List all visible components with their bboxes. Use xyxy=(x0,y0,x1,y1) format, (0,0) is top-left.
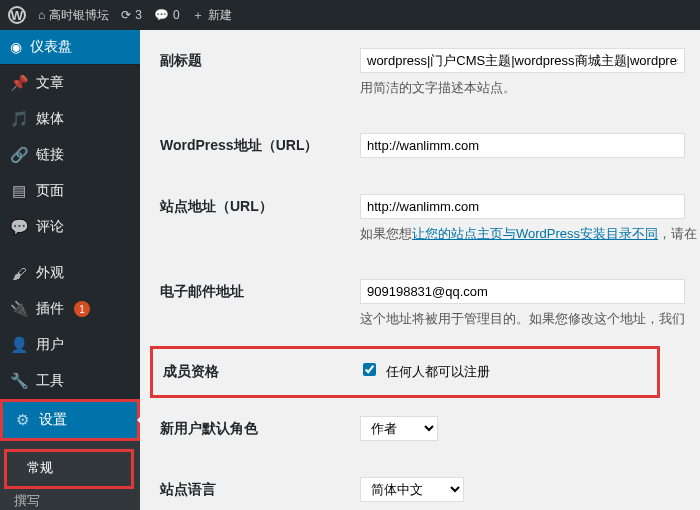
email-label: 电子邮件地址 xyxy=(160,279,360,301)
menu-users[interactable]: 👤用户 xyxy=(0,327,140,363)
siteurl-input[interactable] xyxy=(360,194,685,219)
brush-icon: 🖌 xyxy=(10,265,28,282)
site-language-label: 站点语言 xyxy=(160,477,360,499)
site-name: 高时银博坛 xyxy=(49,7,109,24)
menu-plugins[interactable]: 🔌插件1 xyxy=(0,291,140,327)
settings-submenu: 常规 撰写 阅读 讨论 xyxy=(0,441,140,510)
menu-tools[interactable]: 🔧工具 xyxy=(0,363,140,399)
site-language-select[interactable]: 简体中文 xyxy=(360,477,464,502)
membership-checkbox-label[interactable]: 任何人都可以注册 xyxy=(363,364,490,379)
settings-content: 副标题 用简洁的文字描述本站点。 WordPress地址（URL） 站点地址（U… xyxy=(140,30,700,510)
siteurl-label: 站点地址（URL） xyxy=(160,194,360,216)
membership-highlight: 成员资格 任何人都可以注册 xyxy=(150,346,660,398)
plug-icon: 🔌 xyxy=(10,300,28,318)
menu-label: 工具 xyxy=(36,372,64,390)
menu-label: 外观 xyxy=(36,264,64,282)
updates-link[interactable]: ⟳ 3 xyxy=(121,8,142,22)
wordpress-logo-icon[interactable]: W xyxy=(8,6,26,24)
membership-text: 任何人都可以注册 xyxy=(386,364,490,379)
menu-settings[interactable]: ⚙设置 xyxy=(3,402,137,438)
tagline-input[interactable] xyxy=(360,48,685,73)
link-icon: 🔗 xyxy=(10,146,28,164)
menu-label: 插件 xyxy=(36,300,64,318)
menu-label: 仪表盘 xyxy=(30,38,72,56)
wpurl-label: WordPress地址（URL） xyxy=(160,133,360,155)
menu-links[interactable]: 🔗链接 xyxy=(0,137,140,173)
menu-dashboard[interactable]: ◉ 仪表盘 xyxy=(0,30,140,65)
wrench-icon: 🔧 xyxy=(10,372,28,390)
comment-icon: 💬 xyxy=(10,218,28,236)
menu-label: 页面 xyxy=(36,182,64,200)
comment-icon: 💬 xyxy=(154,8,169,22)
menu-label: 设置 xyxy=(39,411,67,429)
comments-count: 0 xyxy=(173,8,180,22)
menu-media[interactable]: 🎵媒体 xyxy=(0,101,140,137)
menu-pages[interactable]: ▤页面 xyxy=(0,173,140,209)
default-role-select[interactable]: 作者 xyxy=(360,416,438,441)
new-label: 新建 xyxy=(208,7,232,24)
pin-icon: 📌 xyxy=(10,74,28,92)
updates-count: 3 xyxy=(135,8,142,22)
menu-label: 用户 xyxy=(36,336,64,354)
refresh-icon: ⟳ xyxy=(121,8,131,22)
email-description: 这个地址将被用于管理目的。如果您修改这个地址，我们 xyxy=(360,310,700,328)
sliders-icon: ⚙ xyxy=(13,411,31,429)
admin-bar: W ⌂ 高时银博坛 ⟳ 3 💬 0 ＋ 新建 xyxy=(0,0,700,30)
plugin-update-badge: 1 xyxy=(74,301,90,317)
menu-label: 文章 xyxy=(36,74,64,92)
menu-label: 评论 xyxy=(36,218,64,236)
siteurl-description: 如果您想让您的站点主页与WordPress安装目录不同，请在 xyxy=(360,225,700,243)
menu-label: 媒体 xyxy=(36,110,64,128)
admin-sidebar: ◉ 仪表盘 📌文章 🎵媒体 🔗链接 ▤页面 💬评论 🖌外观 🔌插件1 👤用户 🔧… xyxy=(0,30,140,510)
user-icon: 👤 xyxy=(10,336,28,354)
comments-link[interactable]: 💬 0 xyxy=(154,8,180,22)
siteurl-help-link[interactable]: 让您的站点主页与WordPress安装目录不同 xyxy=(412,226,658,241)
wpurl-input[interactable] xyxy=(360,133,685,158)
submenu-general[interactable]: 常规 xyxy=(13,454,125,482)
menu-label: 链接 xyxy=(36,146,64,164)
membership-checkbox[interactable] xyxy=(363,363,376,376)
tagline-description: 用简洁的文字描述本站点。 xyxy=(360,79,700,97)
new-content-link[interactable]: ＋ 新建 xyxy=(192,7,232,24)
tagline-label: 副标题 xyxy=(160,48,360,70)
site-name-link[interactable]: ⌂ 高时银博坛 xyxy=(38,7,109,24)
plus-icon: ＋ xyxy=(192,7,204,24)
email-input[interactable] xyxy=(360,279,685,304)
home-icon: ⌂ xyxy=(38,8,45,22)
menu-posts[interactable]: 📌文章 xyxy=(0,65,140,101)
membership-label: 成员资格 xyxy=(163,363,363,381)
menu-appearance[interactable]: 🖌外观 xyxy=(0,255,140,291)
dashboard-icon: ◉ xyxy=(10,39,22,55)
menu-comments[interactable]: 💬评论 xyxy=(0,209,140,245)
media-icon: 🎵 xyxy=(10,110,28,128)
submenu-writing[interactable]: 撰写 xyxy=(0,487,140,510)
page-icon: ▤ xyxy=(10,182,28,200)
default-role-label: 新用户默认角色 xyxy=(160,416,360,438)
